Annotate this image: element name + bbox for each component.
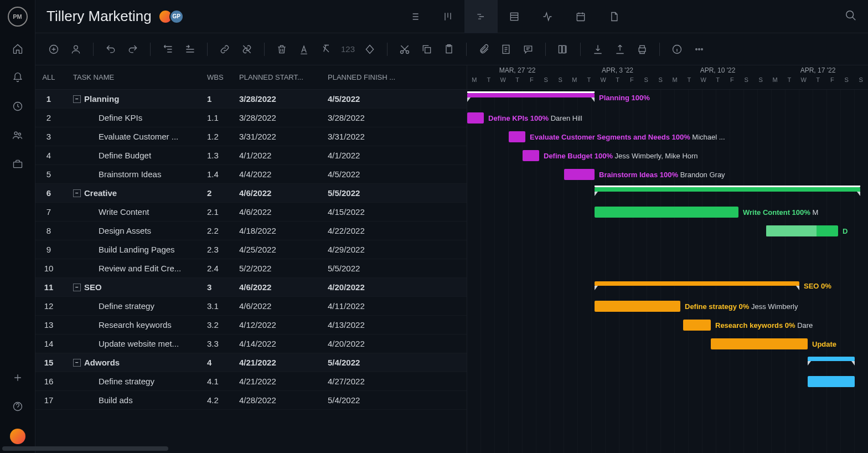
task-name-cell[interactable]: Update website met... <box>66 339 207 348</box>
task-row[interactable]: 6 −Creative 2 4/6/2022 5/5/2022 <box>35 184 467 203</box>
task-name-cell[interactable]: Build ads <box>66 395 207 405</box>
more-icon[interactable] <box>692 42 706 56</box>
gantt-bar[interactable]: Brainstorm Ideas 100% Brandon Gray <box>564 169 595 180</box>
help-icon[interactable] <box>11 400 24 413</box>
task-row[interactable]: 16 Define strategy 4.1 4/21/2022 4/27/20… <box>35 372 467 391</box>
task-row[interactable]: 7 Write Content 2.1 4/6/2022 4/15/2022 <box>35 203 467 222</box>
task-row[interactable]: 10 Review and Edit Cre... 2.4 5/2/2022 5… <box>35 259 467 278</box>
assign-icon[interactable] <box>69 42 83 56</box>
delete-icon[interactable] <box>275 42 289 56</box>
gantt-row[interactable] <box>467 240 868 259</box>
task-row[interactable]: 3 Evaluate Customer ... 1.2 3/31/2022 3/… <box>35 127 467 146</box>
task-row[interactable]: 1 −Planning 1 3/28/2022 4/5/2022 <box>35 90 467 109</box>
collapse-icon[interactable]: − <box>73 359 81 367</box>
list-view-icon[interactable] <box>398 0 431 33</box>
sheet-view-icon[interactable] <box>498 0 531 33</box>
columns-icon[interactable] <box>556 42 570 56</box>
task-name-cell[interactable]: Design Assets <box>66 226 207 235</box>
task-name-cell[interactable]: Evaluate Customer ... <box>66 132 207 141</box>
print-icon[interactable] <box>635 42 649 56</box>
link-icon[interactable] <box>218 42 232 56</box>
clear-format-icon[interactable] <box>319 42 333 56</box>
task-row[interactable]: 11 −SEO 3 4/6/2022 4/20/2022 <box>35 278 467 297</box>
search-icon[interactable] <box>845 9 857 24</box>
task-name-cell[interactable]: Define strategy <box>66 377 207 386</box>
task-name-cell[interactable]: Research keywords <box>66 320 207 330</box>
gantt-bar[interactable] <box>808 357 855 361</box>
col-wbs[interactable]: WBS <box>207 73 239 81</box>
col-finish[interactable]: PLANNED FINISH ... <box>328 73 416 81</box>
unlink-icon[interactable] <box>240 42 254 56</box>
gantt-row[interactable]: Define KPIs 100% Daren Hill <box>467 109 868 127</box>
clock-icon[interactable] <box>11 100 24 113</box>
attachment-icon[interactable] <box>477 42 491 56</box>
collapse-icon[interactable]: − <box>73 95 81 103</box>
task-name-cell[interactable]: Write Content <box>66 207 207 217</box>
import-icon[interactable] <box>591 42 605 56</box>
indent-icon[interactable] <box>183 42 197 56</box>
collapse-icon[interactable]: − <box>73 284 81 291</box>
gantt-view-icon[interactable] <box>464 0 498 33</box>
project-users[interactable]: GP <box>162 9 184 24</box>
gantt-row[interactable]: Write Content 100% M <box>467 203 868 222</box>
task-name-cell[interactable]: Define KPIs <box>66 113 207 122</box>
gantt-row[interactable]: Update <box>467 334 868 353</box>
task-name-cell[interactable]: Define Budget <box>66 151 207 160</box>
gantt-bar[interactable]: Research keywords 0% Dare <box>683 320 711 331</box>
bell-icon[interactable] <box>11 71 24 84</box>
collapse-icon[interactable]: − <box>73 189 81 197</box>
task-row[interactable]: 15 −Adwords 4 4/21/2022 5/4/2022 <box>35 353 467 372</box>
task-row[interactable]: 14 Update website met... 3.3 4/14/2022 4… <box>35 334 467 353</box>
gantt-row[interactable] <box>467 353 868 372</box>
task-row[interactable]: 2 Define KPIs 1.1 3/28/2022 3/28/2022 <box>35 109 467 127</box>
horizontal-scrollbar[interactable] <box>35 446 168 451</box>
gantt-row[interactable]: Planning 100% <box>467 90 868 109</box>
team-icon[interactable] <box>11 128 24 142</box>
gantt-bar[interactable]: SEO 0% <box>595 281 799 286</box>
gantt-bar[interactable]: Planning 100% <box>467 93 595 97</box>
task-name-cell[interactable]: −Creative <box>66 188 207 198</box>
gantt-row[interactable]: Research keywords 0% Dare <box>467 316 868 334</box>
task-name-cell[interactable]: −SEO <box>66 282 207 292</box>
briefcase-icon[interactable] <box>11 157 24 171</box>
file-view-icon[interactable] <box>597 0 631 33</box>
gantt-row[interactable] <box>467 391 868 410</box>
task-name-cell[interactable]: −Adwords <box>66 358 207 367</box>
user-avatar[interactable] <box>10 429 25 444</box>
gantt-row[interactable]: Define Budget 100% Jess Wimberly, Mike H… <box>467 146 868 165</box>
gantt-row[interactable] <box>467 259 868 278</box>
add-task-icon[interactable] <box>46 42 61 56</box>
gantt-bar[interactable]: Evaluate Customer Segments and Needs 100… <box>509 131 525 142</box>
outdent-icon[interactable] <box>161 42 175 56</box>
col-start[interactable]: PLANNED START... <box>239 73 328 81</box>
task-name-cell[interactable]: −Planning <box>66 94 207 104</box>
copy-icon[interactable] <box>420 42 434 56</box>
gantt-row[interactable]: Define strategy 0% Jess Wimberly <box>467 297 868 316</box>
redo-icon[interactable] <box>126 42 140 56</box>
gantt-row[interactable] <box>467 372 868 391</box>
undo-icon[interactable] <box>104 42 118 56</box>
task-row[interactable]: 4 Define Budget 1.3 4/1/2022 4/1/2022 <box>35 146 467 165</box>
home-icon[interactable] <box>11 42 24 55</box>
gantt-row[interactable]: D <box>467 222 868 240</box>
info-icon[interactable] <box>670 42 684 56</box>
paste-icon[interactable] <box>442 42 456 56</box>
gantt-bar[interactable]: Write Content 100% M <box>595 207 738 218</box>
gantt-row[interactable]: Evaluate Customer Segments and Needs 100… <box>467 127 868 146</box>
gantt-bar[interactable] <box>808 376 855 387</box>
col-all[interactable]: ALL <box>35 73 62 81</box>
col-task-name[interactable]: TASK NAME <box>66 73 207 81</box>
comment-icon[interactable] <box>521 42 535 56</box>
task-name-cell[interactable]: Build Landing Pages <box>66 245 207 254</box>
activity-view-icon[interactable] <box>531 0 564 33</box>
plus-icon[interactable] <box>11 371 24 384</box>
gantt-bar[interactable]: Update <box>711 338 808 349</box>
text-color-icon[interactable] <box>297 42 311 56</box>
task-name-cell[interactable]: Define strategy <box>66 301 207 311</box>
gantt-bar[interactable]: D <box>766 225 838 236</box>
task-row[interactable]: 5 Brainstorm Ideas 1.4 4/4/2022 4/5/2022 <box>35 165 467 184</box>
cut-icon[interactable] <box>397 42 412 56</box>
calendar-view-icon[interactable] <box>564 0 597 33</box>
gantt-row[interactable] <box>467 184 868 203</box>
gantt-bar[interactable]: Define KPIs 100% Daren Hill <box>467 112 484 123</box>
